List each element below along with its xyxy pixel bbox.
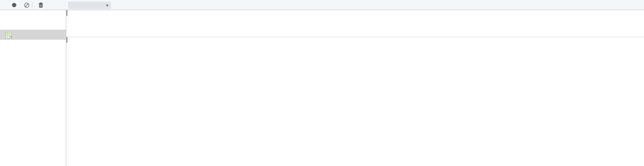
trash-icon [38, 2, 43, 8]
profile-list-item[interactable]: % [0, 30, 66, 40]
ruler-zero-mark [67, 37, 67, 43]
sidebar-heading [0, 10, 66, 14]
toolbar-separator [32, 2, 32, 8]
flame-graph [67, 43, 644, 166]
svg-text:%: % [10, 36, 12, 38]
profile-spreadsheet-icon: % [5, 31, 12, 38]
record-icon [11, 2, 17, 8]
chevron-down-icon: ▼ [106, 4, 108, 7]
block-icon [24, 2, 30, 8]
sampling-profiles-section-label [0, 14, 66, 20]
ruler-top [67, 10, 644, 16]
chart-view-select[interactable]: ▼ [68, 2, 111, 9]
flame-chart-panel [67, 10, 644, 166]
active-tab-indicator [95, 0, 119, 1]
clear-button[interactable] [22, 1, 31, 9]
memory-overview[interactable] [67, 16, 644, 37]
toolbar: ▼ [0, 0, 644, 10]
profiles-sidebar: % [0, 10, 66, 166]
ruler-zero-mark [67, 10, 67, 16]
ruler-bottom [67, 37, 644, 43]
delete-button[interactable] [36, 1, 45, 9]
record-button[interactable] [10, 1, 18, 9]
